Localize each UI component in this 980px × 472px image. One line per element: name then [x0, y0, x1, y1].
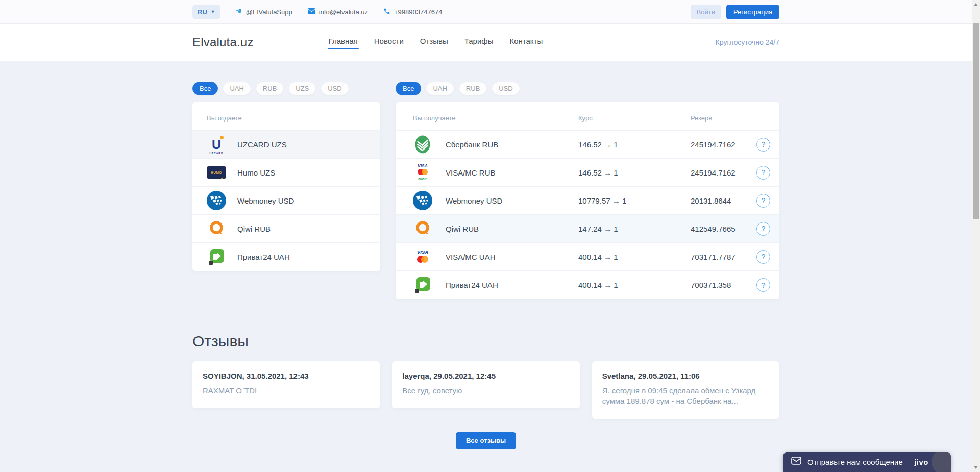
get-option-rate: 400.14 → 1	[578, 253, 691, 261]
help-icon[interactable]: ?	[756, 250, 770, 264]
nav-item-home[interactable]: Главная	[328, 33, 359, 53]
review-card: layerqa, 29.05.2021, 12:45 Все гуд, сове…	[392, 361, 579, 408]
telegram-handle: @ElValutaSupp	[246, 8, 292, 16]
review-card: SOYIBJON, 31.05.2021, 12:43 RAXMAT O`TDI	[192, 361, 380, 408]
page: RU ▼ @ElValutaSupp info@elvaluta.uz	[0, 0, 972, 472]
get-option-visamc-uah[interactable]: VISA VISA/MC UAH 400.14 → 1 703171.7787 …	[396, 243, 779, 271]
privat24-icon	[413, 276, 432, 295]
give-filter-uzs[interactable]: UZS	[288, 82, 316, 95]
give-panel-title: Вы отдаете	[192, 102, 380, 131]
get-option-rate: 146.52 → 1	[578, 140, 691, 149]
language-selector[interactable]: RU ▼	[192, 5, 220, 19]
get-filter-rub[interactable]: RUB	[459, 82, 487, 95]
review-author: Svetlana, 29.05.2021, 11:06	[602, 371, 769, 380]
give-filter-all[interactable]: Все	[192, 82, 218, 95]
phone-link[interactable]: +998903747674	[383, 8, 442, 16]
phone-number: +998903747674	[394, 8, 442, 16]
reviews-title: Отзывы	[192, 333, 779, 350]
help-icon[interactable]: ?	[756, 138, 770, 152]
give-filter-rub[interactable]: RUB	[256, 82, 284, 95]
give-column: Все UAH RUB UZS USD Вы отдаете UUZCARD U…	[192, 82, 380, 271]
get-option-sberbank[interactable]: Сбербанк RUB 146.52 → 1 245194.7162 ?	[396, 131, 779, 159]
jivo-logo: jivo	[914, 458, 928, 466]
get-option-label: Qiwi RUB	[446, 225, 578, 233]
get-option-rate: 10779.57 → 1	[578, 196, 691, 205]
get-currency-filters: Все UAH RUB USD	[396, 82, 779, 95]
main-nav: Главная Новости Отзывы Тарифы Контакты	[328, 33, 544, 53]
get-option-qiwi[interactable]: Qiwi RUB 147.24 → 1 412549.7665 ?	[396, 215, 779, 243]
give-option-qiwi[interactable]: Qiwi RUB	[192, 215, 380, 243]
give-option-webmoney[interactable]: Webmoney USD	[192, 187, 380, 215]
review-author: layerqa, 29.05.2021, 12:45	[402, 371, 569, 380]
get-option-webmoney[interactable]: Webmoney USD 10779.57 → 1 20131.8644 ?	[396, 187, 779, 215]
get-filter-all[interactable]: Все	[396, 82, 421, 95]
give-option-label: Webmoney USD	[237, 196, 294, 205]
visa-mc-mir-icon: VISAМИР	[413, 163, 432, 182]
column-header-rate: Курс	[578, 114, 691, 122]
svg-text:МИР: МИР	[418, 177, 427, 181]
give-option-privat24[interactable]: Приват24 UAH	[192, 243, 380, 271]
sberbank-icon	[413, 135, 432, 154]
webmoney-icon	[413, 191, 432, 210]
get-option-label: Webmoney USD	[446, 196, 578, 205]
qiwi-icon	[207, 219, 226, 238]
svg-text:VISA: VISA	[418, 163, 428, 168]
get-option-privat24[interactable]: Приват24 UAH 400.14 → 1 700371.358 ?	[396, 271, 779, 299]
review-text: Все гуд, советую	[402, 386, 569, 396]
get-option-reserve: 703171.7787	[691, 253, 756, 261]
get-option-reserve: 700371.358	[691, 281, 756, 289]
help-icon[interactable]: ?	[756, 278, 770, 292]
get-option-visamc-rub[interactable]: VISAМИР VISA/MC RUB 146.52 → 1 245194.71…	[396, 159, 779, 187]
give-filter-uah[interactable]: UAH	[223, 82, 251, 95]
get-option-rate: 146.52 → 1	[578, 168, 691, 177]
uzcard-icon: UUZCARD	[207, 135, 226, 154]
chat-widget[interactable]: Отправьте нам сообщение jivo	[783, 452, 951, 472]
qiwi-icon	[413, 219, 432, 238]
email-link[interactable]: info@elvaluta.uz	[308, 8, 368, 16]
get-column: Все UAH RUB USD Вы получаете Курс Резерв	[396, 82, 779, 299]
get-panel: Вы получаете Курс Резерв Сбербанк RUB 14…	[396, 102, 779, 299]
humo-icon: HUMO	[207, 163, 226, 182]
get-option-rate: 147.24 → 1	[578, 225, 691, 233]
svg-text:VISA: VISA	[417, 249, 428, 255]
exchange-section: Все UAH RUB UZS USD Вы отдаете UUZCARD U…	[192, 82, 779, 299]
nav-item-contacts[interactable]: Контакты	[508, 33, 544, 53]
nav-item-news[interactable]: Новости	[373, 33, 405, 53]
scrollbar-down-arrow-icon[interactable]	[974, 466, 978, 469]
get-filter-uah[interactable]: UAH	[426, 82, 454, 95]
help-icon[interactable]: ?	[756, 222, 770, 236]
email-icon	[308, 8, 315, 16]
chat-message: Отправьте нам сообщение	[807, 458, 903, 466]
email-address: info@elvaluta.uz	[319, 8, 368, 16]
page-scrollbar	[972, 0, 980, 472]
nav-item-reviews[interactable]: Отзывы	[419, 33, 449, 53]
auth-buttons: Войти Регистрация	[691, 5, 779, 19]
all-reviews-button[interactable]: Все отзывы	[456, 432, 516, 449]
register-button[interactable]: Регистрация	[726, 5, 779, 19]
review-card: Svetlana, 29.05.2021, 11:06 Я. сегодня в…	[592, 361, 779, 419]
main-content: Все UAH RUB UZS USD Вы отдаете UUZCARD U…	[0, 61, 972, 459]
get-option-label: Приват24 UAH	[446, 281, 578, 289]
scrollbar-thumb[interactable]	[973, 23, 979, 219]
visa-mc-icon: VISA	[413, 247, 432, 266]
phone-icon	[383, 8, 390, 16]
get-option-label: Сбербанк RUB	[446, 140, 578, 149]
get-filter-usd[interactable]: USD	[492, 82, 520, 95]
help-icon[interactable]: ?	[756, 194, 770, 208]
privat24-icon	[207, 247, 226, 267]
get-option-label: VISA/MC RUB	[446, 168, 578, 177]
login-button[interactable]: Войти	[691, 5, 721, 19]
get-option-reserve: 20131.8644	[691, 196, 756, 205]
nav-item-tariffs[interactable]: Тарифы	[463, 33, 495, 53]
site-logo[interactable]: Elvaluta.uz	[192, 35, 254, 49]
help-icon[interactable]: ?	[756, 166, 770, 180]
give-option-humo[interactable]: HUMO Humo UZS	[192, 159, 380, 187]
scrollbar-up-arrow-icon[interactable]	[974, 3, 978, 6]
language-value: RU	[198, 8, 207, 16]
get-table-header: Вы получаете Курс Резерв	[396, 102, 779, 131]
give-option-uzcard[interactable]: UUZCARD UZCARD UZS	[192, 131, 380, 159]
give-filter-usd[interactable]: USD	[321, 82, 349, 95]
site-header: Elvaluta.uz Главная Новости Отзывы Тариф…	[0, 24, 972, 61]
telegram-link[interactable]: @ElValutaSupp	[235, 7, 292, 16]
telegram-icon	[235, 7, 242, 16]
